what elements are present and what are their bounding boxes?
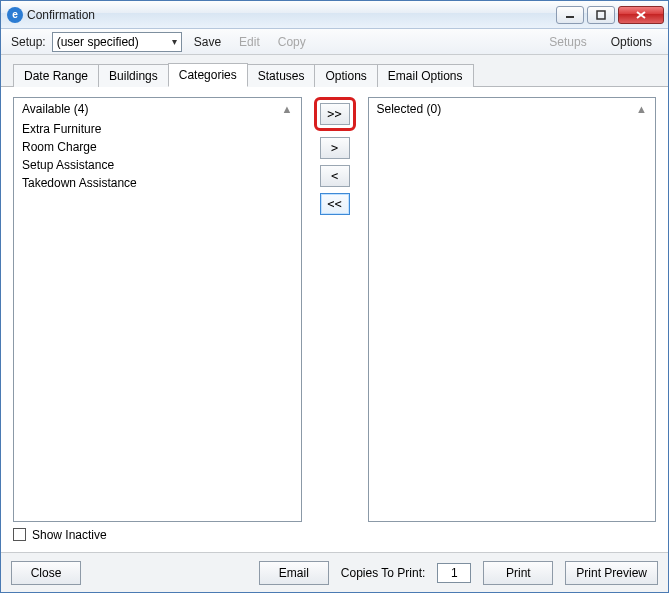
selected-header-row: Selected (0) ▲ [369,98,656,120]
highlight-marker: >> [314,97,356,131]
tab-options[interactable]: Options [314,64,377,87]
setup-dropdown[interactable]: (user specified) ▾ [52,32,182,52]
print-button[interactable]: Print [483,561,553,585]
list-item[interactable]: Extra Furniture [22,120,293,138]
transfer-buttons: >> > < << [312,97,358,522]
show-inactive-row: Show Inactive [13,522,656,547]
tab-buildings[interactable]: Buildings [98,64,169,87]
options-menu[interactable]: Options [605,35,658,49]
move-left-button[interactable]: < [320,165,350,187]
copies-input[interactable] [437,563,471,583]
move-all-left-button[interactable]: << [320,193,350,215]
setup-label: Setup: [11,35,46,49]
email-button[interactable]: Email [259,561,329,585]
close-button[interactable]: Close [11,561,81,585]
edit-button: Edit [233,35,266,49]
selected-header: Selected (0) [377,102,442,116]
show-inactive-checkbox[interactable]: Show Inactive [13,528,107,542]
titlebar: e Confirmation [1,1,668,29]
toolbar: Setup: (user specified) ▾ Save Edit Copy… [1,29,668,55]
available-header: Available (4) [22,102,88,116]
dual-listbox: Available (4) ▲ Extra Furniture Room Cha… [13,97,656,522]
tab-email-options[interactable]: Email Options [377,64,474,87]
window-title: Confirmation [27,8,95,22]
chevron-down-icon: ▾ [172,36,177,47]
maximize-button[interactable] [587,6,615,24]
tab-content: Available (4) ▲ Extra Furniture Room Cha… [1,87,668,552]
checkbox-box [13,528,26,541]
tab-categories[interactable]: Categories [168,63,248,87]
list-item[interactable]: Takedown Assistance [22,174,293,192]
print-preview-button[interactable]: Print Preview [565,561,658,585]
footer: Close Email Copies To Print: Print Print… [1,552,668,592]
copy-button: Copy [272,35,312,49]
minimize-icon [565,10,575,20]
selected-listbox[interactable]: Selected (0) ▲ [368,97,657,522]
setups-menu[interactable]: Setups [543,35,592,49]
list-item[interactable]: Setup Assistance [22,156,293,174]
sort-asc-icon[interactable]: ▲ [282,103,293,115]
show-inactive-label: Show Inactive [32,528,107,542]
available-items: Extra Furniture Room Charge Setup Assist… [14,120,301,521]
move-right-button[interactable]: > [320,137,350,159]
minimize-button[interactable] [556,6,584,24]
move-all-right-button[interactable]: >> [320,103,350,125]
selected-items [369,120,656,521]
tab-strip: Date Range Buildings Categories Statuses… [1,55,668,87]
window-root: e Confirmation Setup: (user specified) ▾… [0,0,669,593]
close-window-button[interactable] [618,6,664,24]
copies-label: Copies To Print: [341,566,426,580]
maximize-icon [596,10,606,20]
close-icon [635,10,647,20]
save-button[interactable]: Save [188,35,227,49]
available-header-row: Available (4) ▲ [14,98,301,120]
available-listbox[interactable]: Available (4) ▲ Extra Furniture Room Cha… [13,97,302,522]
tab-statuses[interactable]: Statuses [247,64,316,87]
tab-date-range[interactable]: Date Range [13,64,99,87]
sort-asc-icon[interactable]: ▲ [636,103,647,115]
setup-dropdown-value: (user specified) [57,35,139,49]
list-item[interactable]: Room Charge [22,138,293,156]
svg-rect-0 [597,11,605,19]
app-icon: e [7,7,23,23]
